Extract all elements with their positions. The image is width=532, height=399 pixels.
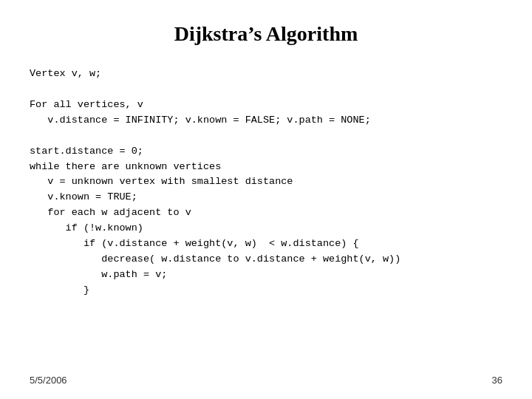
footer-page: 36 — [492, 375, 502, 386]
slide: Dijkstra’s Algorithm Vertex v, w; For al… — [0, 0, 532, 399]
slide-title: Dijkstra’s Algorithm — [30, 22, 502, 46]
slide-footer: 5/5/2006 36 — [30, 375, 502, 386]
footer-date: 5/5/2006 — [30, 375, 67, 386]
code-block: Vertex v, w; For all vertices, v v.dista… — [30, 66, 502, 299]
